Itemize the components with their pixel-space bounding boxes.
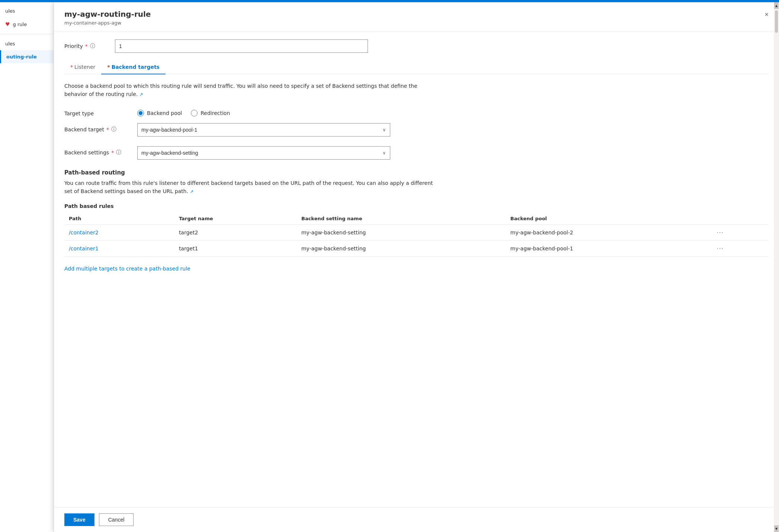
sidebar-item-routing-rule2[interactable]: outing-rule bbox=[0, 50, 54, 63]
target-name-cell-2: target1 bbox=[174, 240, 297, 256]
panel-header: my-agw-routing-rule my-container-apps-ag… bbox=[54, 2, 779, 32]
listener-req-star: * bbox=[70, 64, 73, 70]
panel-content: Priority * ⓘ * Listener * Backend target… bbox=[54, 32, 779, 507]
path-table: Path Target name Backend setting name Ba… bbox=[64, 213, 769, 257]
backend-settings-req-star: * bbox=[111, 150, 114, 156]
scroll-down-button[interactable]: ▼ bbox=[774, 525, 779, 532]
path-cell-2: /container1 bbox=[64, 240, 174, 256]
table-row: /container2 target2 my-agw-backend-setti… bbox=[64, 224, 769, 240]
tab-listener-label: Listener bbox=[74, 64, 95, 70]
panel: my-agw-routing-rule my-container-apps-ag… bbox=[54, 2, 779, 532]
cancel-button[interactable]: Cancel bbox=[99, 513, 134, 526]
tab-backend-targets-label: Backend targets bbox=[112, 64, 160, 70]
col-backend-setting: Backend setting name bbox=[297, 213, 506, 225]
radio-backend-pool[interactable]: Backend pool bbox=[137, 110, 182, 116]
save-button[interactable]: Save bbox=[64, 513, 94, 526]
path-table-title: Path based rules bbox=[64, 203, 769, 209]
panel-subtitle: my-container-apps-agw bbox=[64, 20, 769, 26]
backend-target-select-wrapper: my-agw-backend-pool-1 ∨ bbox=[137, 123, 390, 137]
path-routing-title: Path-based routing bbox=[64, 169, 769, 176]
backend-target-row: Backend target * ⓘ my-agw-backend-pool-1… bbox=[64, 123, 769, 140]
backend-settings-info-icon[interactable]: ⓘ bbox=[116, 149, 121, 156]
col-target-name: Target name bbox=[174, 213, 297, 225]
tab-backend-targets[interactable]: * Backend targets bbox=[101, 60, 166, 74]
path-link-1[interactable]: /container2 bbox=[69, 230, 99, 235]
path-link-2[interactable]: /container1 bbox=[69, 246, 99, 251]
sidebar-item-rules2[interactable]: ules bbox=[0, 37, 54, 50]
description-link[interactable]: ↗ bbox=[140, 92, 143, 97]
backend-settings-label: Backend settings * ⓘ bbox=[64, 146, 131, 156]
target-type-control: Backend pool Redirection bbox=[137, 108, 390, 116]
radio-backend-pool-input[interactable] bbox=[137, 110, 144, 116]
backend-target-info-icon[interactable]: ⓘ bbox=[111, 126, 116, 133]
col-path: Path bbox=[64, 213, 174, 225]
radio-backend-pool-label: Backend pool bbox=[147, 110, 182, 116]
heart-icon: ♥ bbox=[5, 21, 10, 27]
required-star: * bbox=[85, 43, 88, 49]
close-button[interactable]: × bbox=[763, 10, 770, 19]
path-table-header-row: Path Target name Backend setting name Ba… bbox=[64, 213, 769, 225]
target-type-label: Target type bbox=[64, 108, 131, 116]
backend-target-label: Backend target * ⓘ bbox=[64, 123, 131, 133]
add-path-rule-link[interactable]: Add multiple targets to create a path-ba… bbox=[64, 266, 190, 272]
target-type-row: Target type Backend pool Redirection bbox=[64, 108, 769, 116]
top-bar bbox=[0, 0, 779, 2]
backend-target-select[interactable]: my-agw-backend-pool-1 bbox=[137, 123, 390, 137]
path-table-body: /container2 target2 my-agw-backend-setti… bbox=[64, 224, 769, 256]
table-row: /container1 target1 my-agw-backend-setti… bbox=[64, 240, 769, 256]
actions-cell-1: ··· bbox=[710, 224, 769, 240]
backend-settings-control: my-agw-backend-setting ∨ bbox=[137, 146, 390, 163]
backend-target-req-star: * bbox=[106, 126, 109, 132]
row-actions-button-1[interactable]: ··· bbox=[714, 228, 726, 237]
actions-cell-2: ··· bbox=[710, 240, 769, 256]
backend-setting-cell-2: my-agw-backend-setting bbox=[297, 240, 506, 256]
priority-label: Priority * ⓘ bbox=[64, 43, 109, 49]
sidebar: ules ♥ g rule ules outing-rule bbox=[0, 0, 54, 532]
radio-redirection[interactable]: Redirection bbox=[191, 110, 230, 116]
sidebar-item-rules[interactable]: ules bbox=[0, 4, 54, 17]
sidebar-divider bbox=[0, 34, 54, 34]
priority-input[interactable] bbox=[115, 39, 368, 53]
scroll-thumb bbox=[775, 10, 778, 33]
radio-group: Backend pool Redirection bbox=[137, 108, 390, 116]
path-routing-desc-link[interactable]: ↗ bbox=[190, 189, 193, 194]
row-actions-button-2[interactable]: ··· bbox=[714, 244, 726, 253]
radio-redirection-input[interactable] bbox=[191, 110, 198, 116]
path-table-head: Path Target name Backend setting name Ba… bbox=[64, 213, 769, 225]
sidebar-item-routing-rule[interactable]: ♥ g rule bbox=[0, 17, 54, 31]
radio-redirection-label: Redirection bbox=[201, 110, 230, 116]
backend-pool-cell-1: my-agw-backend-pool-2 bbox=[506, 224, 710, 240]
tabs: * Listener * Backend targets bbox=[64, 60, 769, 74]
backend-req-star: * bbox=[107, 64, 110, 70]
backend-settings-row: Backend settings * ⓘ my-agw-backend-sett… bbox=[64, 146, 769, 163]
priority-info-icon[interactable]: ⓘ bbox=[90, 43, 95, 49]
target-name-cell-1: target2 bbox=[174, 224, 297, 240]
panel-title: my-agw-routing-rule bbox=[64, 10, 769, 19]
col-backend-pool: Backend pool bbox=[506, 213, 710, 225]
backend-settings-select[interactable]: my-agw-backend-setting bbox=[137, 146, 390, 160]
backend-pool-cell-2: my-agw-backend-pool-1 bbox=[506, 240, 710, 256]
backend-setting-cell-1: my-agw-backend-setting bbox=[297, 224, 506, 240]
backend-target-control: my-agw-backend-pool-1 ∨ bbox=[137, 123, 390, 140]
scroll-up-button[interactable]: ▲ bbox=[774, 2, 779, 9]
priority-row: Priority * ⓘ bbox=[64, 39, 769, 53]
path-cell-1: /container2 bbox=[64, 224, 174, 240]
path-table-container: Path based rules Path Target name Backen… bbox=[64, 203, 769, 257]
scroll-indicator: ▲ ▼ bbox=[774, 2, 779, 532]
backend-description: Choose a backend pool to which this rout… bbox=[64, 82, 436, 99]
panel-footer: Save Cancel bbox=[54, 507, 779, 532]
tab-listener[interactable]: * Listener bbox=[64, 60, 101, 74]
backend-settings-select-wrapper: my-agw-backend-setting ∨ bbox=[137, 146, 390, 160]
path-routing-desc: You can route traffic from this rule's l… bbox=[64, 179, 436, 196]
col-actions bbox=[710, 213, 769, 225]
